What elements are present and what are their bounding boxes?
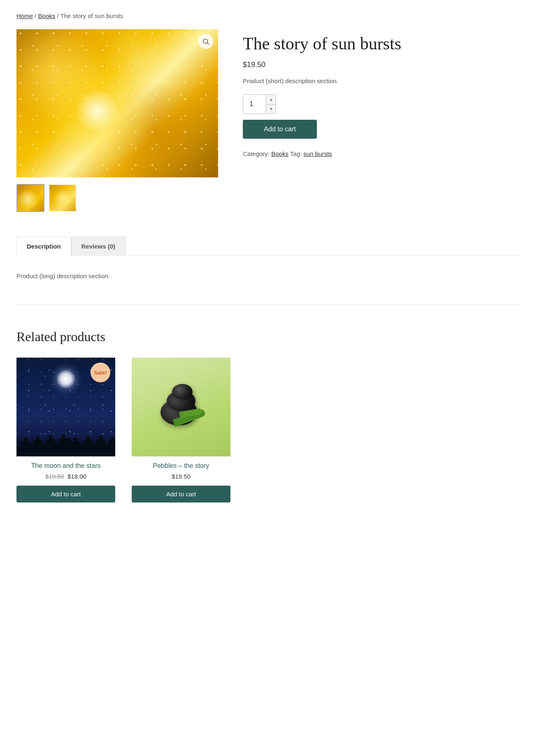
breadcrumb-books[interactable]: Books <box>38 12 56 19</box>
add-to-cart-button-1[interactable]: Add to cart <box>16 486 115 502</box>
quantity-decrement[interactable]: ▼ <box>266 105 276 114</box>
thumbnail-1[interactable] <box>16 184 44 212</box>
sale-badge: Sale! <box>91 363 110 382</box>
pebble-small <box>172 384 193 400</box>
tabs-section: Description Reviews (0) Product (long) d… <box>16 237 519 305</box>
add-to-cart-button[interactable]: Add to cart <box>243 120 317 139</box>
thumb-image-1 <box>17 185 44 211</box>
quantity-input[interactable] <box>243 95 266 114</box>
product-meta: Category: Books Tag: sun bursts <box>243 150 519 157</box>
svg-line-1 <box>207 43 209 44</box>
tab-content-description: Product (long) description section. <box>16 256 519 304</box>
main-image-wrapper <box>16 29 218 177</box>
breadcrumb-current: The story of sun bursts <box>60 12 123 19</box>
tab-description[interactable]: Description <box>16 237 71 256</box>
pebbles-image <box>132 358 230 456</box>
product-info: The story of sun bursts $19.50 Product (… <box>243 29 519 157</box>
zoom-icon[interactable] <box>198 34 213 49</box>
category-link[interactable]: Books <box>271 150 288 157</box>
related-title: Related products <box>16 329 519 344</box>
product-short-description: Product (short) description section. <box>243 77 519 84</box>
add-to-cart-button-2[interactable]: Add to cart <box>132 486 230 502</box>
price-original-1: $19.50 <box>45 473 64 480</box>
price-normal-2: $19.50 <box>172 473 191 480</box>
product-section: The story of sun bursts $19.50 Product (… <box>16 29 519 212</box>
tab-reviews[interactable]: Reviews (0) <box>71 237 126 256</box>
product-price: $19.50 <box>243 60 519 69</box>
magnify-icon <box>202 38 209 45</box>
price-sale-1: $18.00 <box>67 473 86 480</box>
product-images <box>16 29 218 212</box>
card-image-moon: Sale! <box>16 358 115 456</box>
card-price-row-2: $19.50 <box>132 473 230 480</box>
product-long-description: Product (long) description section. <box>16 272 519 279</box>
thumb-image-2 <box>49 185 76 211</box>
related-product-1: Sale! The moon and the stars $19.50 $18.… <box>16 358 115 502</box>
quantity-input-wrapper: ▲ ▼ <box>243 94 276 114</box>
related-grid: Sale! The moon and the stars $19.50 $18.… <box>16 358 519 502</box>
card-price-row-1: $19.50 $18.00 <box>16 473 115 480</box>
quantity-increment[interactable]: ▲ <box>266 95 276 105</box>
svg-point-0 <box>203 39 208 44</box>
quantity-add-row: ▲ ▼ Add to cart <box>243 94 519 139</box>
related-products-section: Related products Sale! The moon and the … <box>16 329 519 502</box>
pebble-group <box>156 380 206 434</box>
thumbnail-2[interactable] <box>49 184 77 212</box>
card-title-1[interactable]: The moon and the stars <box>16 462 115 470</box>
main-product-image <box>16 29 218 177</box>
product-title: The story of sun bursts <box>243 33 519 54</box>
related-product-2: Pebbles – the story $19.50 Add to cart <box>132 358 230 502</box>
tabs-bar: Description Reviews (0) <box>16 237 519 256</box>
quantity-spinners: ▲ ▼ <box>266 95 276 114</box>
tag-link[interactable]: sun bursts <box>303 150 332 157</box>
thumbnail-row <box>16 184 218 212</box>
category-label: Category: <box>243 150 270 157</box>
tag-label: Tag: <box>290 150 304 157</box>
breadcrumb: Home / Books / The story of sun bursts <box>16 12 519 19</box>
card-title-2[interactable]: Pebbles – the story <box>132 462 230 470</box>
breadcrumb-home[interactable]: Home <box>16 12 33 19</box>
card-image-pebbles <box>132 358 230 456</box>
